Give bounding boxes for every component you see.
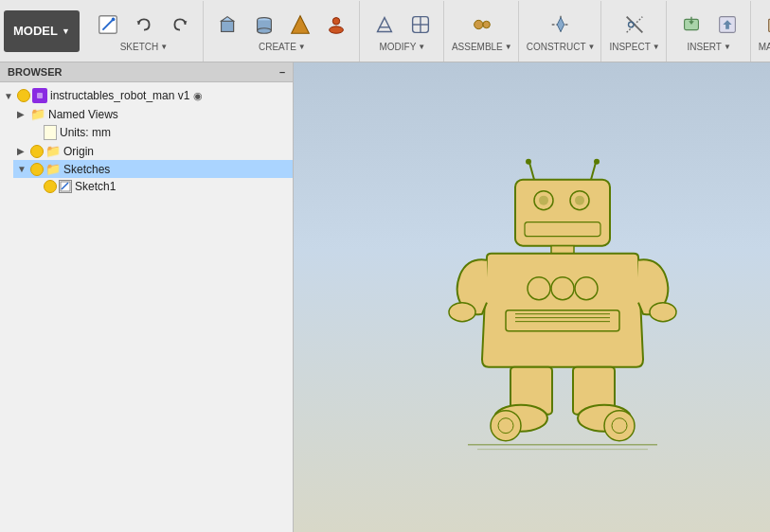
sketches-arrow: ▼ [17, 164, 30, 174]
make-icon [764, 12, 770, 37]
browser-panel: BROWSER – ▼ instructables_robot_man v1 ◉… [0, 62, 294, 532]
browser-tree: ▼ instructables_robot_man v1 ◉ ▶ 📁 Named… [0, 82, 293, 199]
svg-marker-3 [136, 21, 140, 25]
model-label: MODEL [13, 24, 58, 38]
root-label: instructables_robot_man v1 [50, 89, 189, 102]
toolbar-group-assemble: ASSEMBLE ▼ [446, 1, 519, 62]
insert-dropdown-arrow: ▼ [724, 43, 731, 51]
modify-label-text: MODIFY [379, 42, 416, 52]
sketch-create-button[interactable] [91, 9, 125, 40]
toolbar-group-modify: MODIFY ▼ [362, 1, 444, 62]
insert-button-2[interactable] [710, 9, 744, 40]
root-lightbulb-icon [17, 89, 30, 102]
tree-named-views[interactable]: ▶ 📁 Named Views [13, 105, 293, 123]
redo-icon [168, 12, 192, 37]
toolbar-group-insert: INSERT ▼ [669, 1, 751, 62]
root-component-icon [32, 88, 47, 103]
svg-rect-49 [525, 222, 600, 237]
make-label-text: MAKE [759, 42, 770, 52]
create-dropdown-arrow: ▼ [298, 43, 306, 51]
assemble-group-label[interactable]: ASSEMBLE ▼ [452, 42, 512, 52]
assemble-button[interactable] [465, 9, 499, 40]
svg-point-52 [551, 277, 574, 300]
root-arrow: ▼ [4, 91, 17, 101]
create-more-button[interactable] [319, 9, 353, 40]
sketch1-icon [59, 180, 72, 193]
svg-line-41 [529, 163, 534, 180]
svg-point-10 [257, 28, 271, 34]
svg-point-59 [650, 303, 676, 322]
tree-sketches[interactable]: ▼ 📁 Sketches [13, 160, 293, 178]
svg-point-51 [528, 277, 550, 300]
make-group-label[interactable]: MAKE ▼ [759, 42, 770, 52]
named-views-label: Named Views [48, 108, 118, 121]
create-shape-icon [288, 12, 313, 37]
construct-button[interactable] [544, 9, 578, 40]
svg-point-26 [629, 22, 635, 27]
sketches-folder-icon: 📁 [45, 162, 61, 176]
svg-marker-4 [184, 21, 188, 25]
viewport [294, 62, 770, 532]
sketches-lightbulb-icon [30, 163, 44, 176]
browser-collapse-button[interactable]: – [279, 66, 285, 78]
units-label: Units: mm [60, 126, 111, 139]
insert-1-icon [679, 12, 704, 37]
create-cylinder-button[interactable] [247, 9, 281, 40]
assemble-icon [470, 12, 494, 37]
svg-point-53 [575, 277, 598, 300]
model-button[interactable]: MODEL ▼ [4, 10, 80, 52]
inspect-group-label[interactable]: INSPECT ▼ [609, 42, 659, 52]
assemble-label-text: ASSEMBLE [452, 42, 503, 52]
origin-folder-icon: 📁 [45, 144, 61, 158]
robot-svg [411, 151, 714, 473]
toolbar: MODEL ▼ [0, 0, 770, 62]
insert-group-label[interactable]: INSERT ▼ [687, 42, 730, 52]
create-box-button[interactable] [211, 9, 245, 40]
tree-sketch1[interactable]: ▶ Sketch1 [27, 178, 293, 195]
modify-button-2[interactable] [403, 9, 438, 40]
sketch1-label: Sketch1 [75, 180, 116, 193]
modify-1-icon [372, 12, 397, 37]
svg-point-44 [594, 159, 600, 165]
construct-dropdown-arrow: ▼ [588, 43, 596, 51]
insert-button-1[interactable] [674, 9, 708, 40]
svg-point-47 [539, 196, 548, 205]
sketch-label-text: SKETCH [120, 42, 159, 52]
svg-rect-37 [37, 93, 43, 98]
inspect-label-text: INSPECT [609, 42, 650, 52]
svg-point-13 [332, 18, 339, 25]
sketch-group-label[interactable]: SKETCH ▼ [120, 42, 168, 52]
toolbar-group-inspect: INSPECT ▼ [603, 1, 666, 62]
create-group-label[interactable]: CREATE ▼ [259, 42, 306, 52]
svg-point-2 [112, 18, 116, 22]
toolbar-group-create: CREATE ▼ [206, 1, 360, 62]
root-visibility-icon: ◉ [193, 90, 203, 102]
sketches-label: Sketches [63, 163, 110, 176]
named-views-arrow: ▶ [17, 109, 30, 119]
units-paper-icon [44, 125, 57, 140]
construct-group-label[interactable]: CONSTRUCT ▼ [527, 42, 596, 52]
inspect-button[interactable] [618, 9, 652, 40]
assemble-dropdown-arrow: ▼ [505, 43, 512, 51]
toolbar-group-make: MAKE ▼ [753, 1, 770, 62]
create-shape-button[interactable] [283, 9, 317, 40]
svg-point-67 [612, 418, 627, 434]
svg-rect-54 [506, 310, 619, 331]
model-dropdown-arrow: ▼ [62, 27, 70, 36]
sketch-icon [96, 12, 120, 37]
undo-button[interactable] [127, 9, 161, 40]
svg-point-14 [329, 27, 343, 33]
svg-marker-6 [221, 17, 233, 22]
modify-group-label[interactable]: MODIFY ▼ [379, 42, 425, 52]
tree-origin[interactable]: ▶ 📁 Origin [13, 142, 293, 160]
inspect-icon [622, 12, 647, 37]
sketch-dropdown-arrow: ▼ [160, 43, 168, 51]
svg-point-63 [498, 418, 513, 434]
modify-button-1[interactable] [367, 9, 402, 40]
tree-units[interactable]: ▶ Units: mm [27, 123, 293, 142]
toolbar-group-sketch: SKETCH ▼ [85, 1, 204, 62]
svg-point-48 [575, 196, 584, 205]
make-button[interactable] [760, 9, 770, 40]
tree-root-item[interactable]: ▼ instructables_robot_man v1 ◉ [0, 86, 293, 105]
redo-button[interactable] [163, 9, 197, 40]
